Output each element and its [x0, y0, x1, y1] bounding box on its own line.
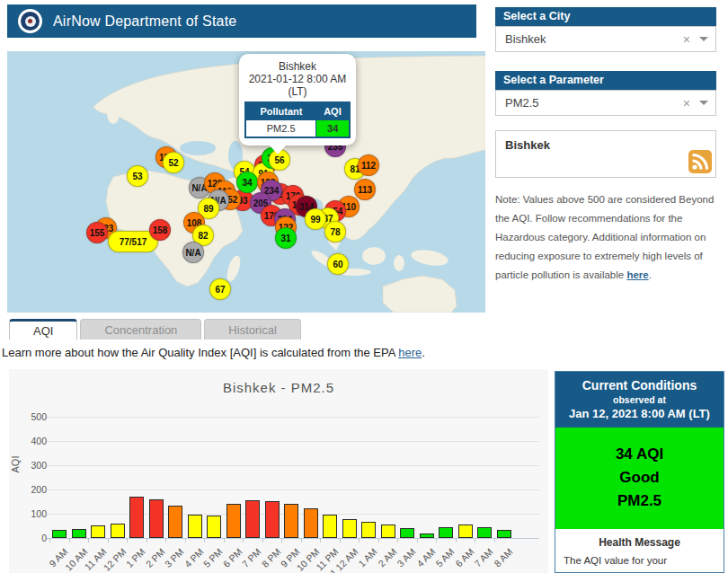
aqi-marker[interactable]: 112: [358, 154, 379, 176]
x-axis-tick: [185, 538, 186, 542]
aqi-value: 34 AQI: [555, 443, 724, 466]
chart-gridline: [47, 465, 539, 466]
beyond-aqi-note: Note: Values above 500 are considered Be…: [495, 190, 716, 285]
y-axis-tick-label: 500: [16, 411, 47, 422]
aqi-bar[interactable]: [420, 533, 434, 538]
aqi-bar[interactable]: [265, 501, 280, 538]
x-axis-tick: [494, 538, 495, 542]
x-axis-tick: [49, 538, 50, 542]
chart-gridline: [47, 538, 539, 539]
x-axis-tick: [320, 538, 321, 542]
parameter-select-value: PM2.5: [505, 96, 683, 110]
x-axis-tick: [127, 538, 128, 542]
popup-table: Pollutant AQI PM2.5 34: [244, 101, 351, 138]
aqi-bar[interactable]: [188, 515, 202, 538]
aqi-marker[interactable]: 52: [163, 152, 184, 173]
aqi-marker[interactable]: 155: [86, 222, 108, 243]
learn-more-text: Learn more about how the Air Quality Ind…: [2, 346, 398, 359]
x-axis-tick: [108, 538, 109, 542]
aqi-bar[interactable]: [381, 525, 395, 538]
feed-box: Bishkek: [495, 130, 716, 178]
y-axis-tick-label: 300: [16, 460, 47, 471]
aqi-bar[interactable]: [129, 497, 144, 538]
tab-concentration[interactable]: Concentration: [80, 319, 201, 339]
health-message-text: The AQI value for your community is betw…: [555, 551, 724, 573]
x-axis-tick: [146, 538, 147, 542]
select-city-header: Select a City: [495, 7, 716, 26]
parameter-caret-icon[interactable]: [699, 101, 708, 105]
city-select[interactable]: Bishkek ×: [495, 26, 716, 52]
x-axis-tick: [204, 538, 205, 542]
aqi-bar[interactable]: [207, 516, 221, 538]
x-axis-tick: [224, 538, 225, 542]
x-axis-tick: [436, 538, 437, 542]
aqi-bar[interactable]: [342, 519, 357, 538]
aqi-marker[interactable]: 53: [127, 165, 148, 187]
aqi-pollutant: PM2.5: [555, 489, 724, 513]
popup-city: Bishkek: [244, 60, 351, 73]
aqi-bar[interactable]: [111, 524, 125, 538]
aqi-bar[interactable]: [497, 530, 511, 538]
parameter-clear-icon[interactable]: ×: [683, 96, 690, 110]
aqi-bar[interactable]: [439, 527, 453, 538]
aqi-marker[interactable]: 78: [324, 221, 346, 242]
popup-datetime: 2021-01-12 8:00 AM: [244, 73, 351, 85]
x-axis-tick: [475, 538, 475, 542]
y-axis-tick-label: 0: [16, 533, 47, 543]
app-title: AirNow Department of State: [53, 13, 236, 30]
aqi-bar[interactable]: [361, 522, 376, 538]
aqi-value-block: 34 AQI Good PM2.5: [555, 428, 724, 529]
current-conditions-header: Current Conditions observed at Jan 12, 2…: [555, 372, 724, 428]
popup-col-pollutant: Pollutant: [245, 102, 316, 120]
aqi-marker[interactable]: 31: [275, 227, 297, 249]
aqi-marker[interactable]: N/A: [182, 242, 204, 263]
rss-icon[interactable]: [688, 150, 712, 173]
learn-more-here-link[interactable]: here: [398, 346, 422, 359]
aqi-bar[interactable]: [245, 500, 260, 538]
chart-gridline: [47, 441, 539, 442]
aqi-bar[interactable]: [477, 527, 492, 538]
aqi-bar[interactable]: [458, 525, 473, 538]
tab-historical[interactable]: Historical: [204, 319, 300, 339]
aqi-bar[interactable]: [304, 508, 318, 538]
observed-datetime: Jan 12, 2021 8:00 AM (LT): [559, 407, 720, 420]
dos-seal-icon: [18, 9, 42, 33]
y-axis-tick-label: 200: [16, 484, 47, 495]
aqi-bar[interactable]: [400, 528, 414, 538]
aqi-bar[interactable]: [323, 515, 337, 538]
airnow-page: { "header": { "title": "AirNow Departmen…: [0, 0, 728, 573]
x-axis-tick: [456, 538, 457, 542]
aqi-marker[interactable]: 60: [327, 253, 349, 275]
world-aqi-map[interactable]: 1175253N/A12811093152N/A8910882N/A123155…: [7, 51, 485, 313]
aqi-bar[interactable]: [226, 504, 241, 538]
x-axis-tick: [69, 538, 70, 542]
city-clear-icon[interactable]: ×: [683, 32, 690, 47]
aqi-bar[interactable]: [168, 506, 182, 538]
tab-aqi[interactable]: AQI: [9, 319, 77, 339]
aqi-bar[interactable]: [91, 525, 105, 538]
aqi-marker[interactable]: 99: [305, 208, 326, 230]
aqi-marker[interactable]: 158: [149, 219, 171, 241]
y-axis-tick-label: 100: [16, 508, 47, 519]
x-axis-tick: [243, 538, 244, 542]
note-text: Note: Values above 500 are considered Be…: [495, 194, 714, 280]
app-header: AirNow Department of State: [7, 4, 476, 38]
popup-col-aqi: AQI: [316, 102, 350, 120]
note-here-link[interactable]: here: [626, 269, 648, 280]
popup-lt: (LT): [244, 85, 351, 98]
aqi-bar[interactable]: [284, 504, 298, 538]
x-axis-tick: [417, 538, 418, 542]
aqi-bar-chart: Bishkek - PM2.5 AQI 50040030020010009 AM…: [9, 369, 548, 573]
x-axis-tick: [301, 538, 302, 542]
aqi-bar[interactable]: [149, 499, 164, 538]
city-caret-icon[interactable]: [699, 37, 708, 41]
aqi-bar[interactable]: [72, 529, 86, 538]
aqi-marker[interactable]: 34: [236, 172, 258, 193]
x-axis-tick: [359, 538, 360, 542]
current-conditions-title: Current Conditions: [559, 378, 720, 392]
parameter-select[interactable]: PM2.5 ×: [495, 90, 716, 116]
aqi-marker[interactable]: 67: [209, 278, 231, 300]
aqi-bar[interactable]: [52, 530, 67, 538]
x-axis-tick: [378, 538, 379, 542]
aqi-marker[interactable]: 113: [354, 179, 376, 200]
